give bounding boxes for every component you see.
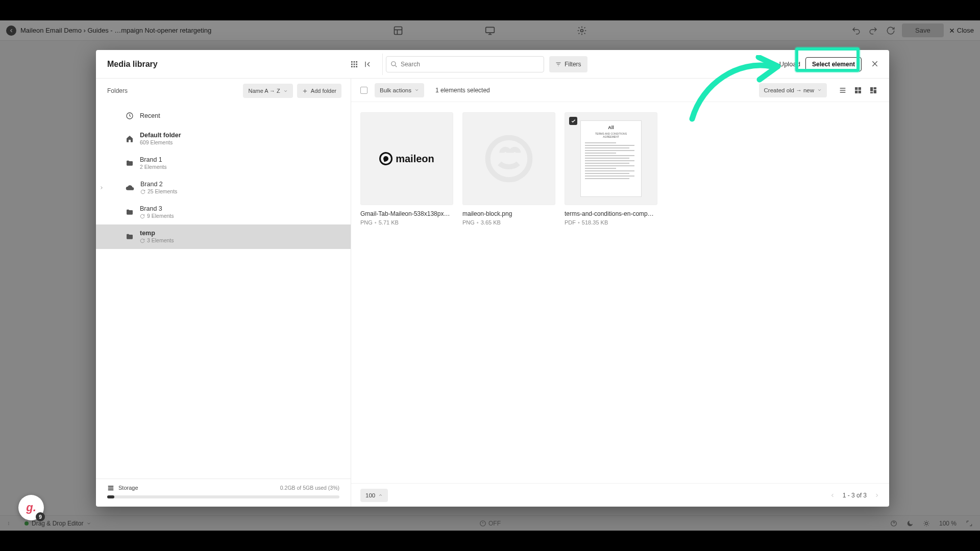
sync-icon [140, 189, 145, 194]
svg-rect-25 [874, 87, 876, 89]
grid-icon[interactable] [350, 60, 359, 69]
filters-button[interactable]: Filters [549, 56, 587, 72]
modal-header: Media library Filters Upload Select elem… [96, 50, 889, 79]
bulk-actions-button[interactable]: Bulk actions [375, 83, 424, 97]
file-card[interactable]: All TERMS AND CONDITIONSAGREEMENT [565, 112, 657, 226]
sidebar-item-recent[interactable]: Recent [96, 105, 351, 127]
folders-label: Folders [107, 87, 128, 94]
sync-icon [140, 214, 145, 219]
view-masonry-icon[interactable] [867, 84, 880, 97]
chevron-right-icon[interactable] [99, 185, 104, 190]
svg-rect-18 [108, 487, 114, 488]
file-meta: PDF•518.35 KB [565, 219, 657, 226]
close-icon[interactable] [871, 60, 880, 69]
svg-rect-20 [855, 87, 857, 90]
collapse-sidebar-icon[interactable] [363, 60, 372, 69]
home-icon [126, 135, 134, 143]
select-all-checkbox[interactable] [360, 87, 368, 94]
page-range: 1 - 3 of 3 [843, 492, 867, 499]
svg-rect-11 [356, 63, 357, 65]
svg-rect-23 [859, 90, 861, 93]
svg-rect-21 [859, 87, 861, 90]
folder-sidebar: Folders Name A → Z Add folder Rec [96, 79, 351, 507]
folder-list: Recent Default folder 609 Elements [96, 103, 351, 479]
svg-rect-27 [870, 92, 873, 93]
media-library-modal: Media library Filters Upload Select elem… [96, 50, 889, 507]
add-folder-button[interactable]: Add folder [297, 84, 341, 98]
file-card[interactable]: maileon Gmail-Tab-Maileon-538x138px… PNG… [360, 112, 453, 226]
filter-icon [555, 61, 561, 67]
svg-point-15 [391, 61, 396, 65]
chevron-down-icon [283, 89, 288, 93]
thumbnail-block-icon [481, 131, 537, 187]
page-size-button[interactable]: 100 [360, 489, 388, 502]
search-input[interactable] [386, 56, 544, 72]
svg-rect-19 [108, 489, 114, 490]
svg-rect-12 [351, 66, 353, 67]
storage-icon [107, 484, 114, 491]
main-content: Bulk actions 1 elements selected Created… [351, 79, 889, 507]
chevron-up-icon [378, 493, 383, 497]
svg-rect-6 [351, 61, 353, 63]
sidebar-item-brand1[interactable]: Brand 1 2 Elements [96, 151, 351, 176]
sidebar-item-default[interactable]: Default folder 609 Elements [96, 127, 351, 151]
modal-title: Media library [107, 60, 158, 69]
badge-count: 9 [36, 512, 45, 521]
file-meta: PNG•3.65 KB [462, 219, 555, 226]
assistant-badge[interactable]: g. 9 [18, 495, 44, 520]
checkbox-checked-icon[interactable] [569, 117, 577, 125]
file-name: terms-and-conditions-en-comp… [565, 210, 657, 217]
view-grid-icon[interactable] [851, 84, 865, 97]
svg-rect-22 [855, 90, 857, 93]
upload-button[interactable]: Upload [779, 60, 800, 68]
thumbnail-logo: maileon [379, 152, 434, 165]
next-page-icon[interactable] [874, 492, 880, 498]
thumbnail-document: All TERMS AND CONDITIONSAGREEMENT [580, 120, 642, 197]
plus-icon [302, 88, 308, 94]
selection-count: 1 elements selected [435, 87, 490, 94]
folder-sort-button[interactable]: Name A → Z [243, 84, 292, 98]
clock-icon [126, 112, 134, 120]
svg-rect-7 [354, 61, 355, 63]
svg-rect-13 [354, 66, 355, 67]
select-element-button[interactable]: Select element [805, 57, 862, 71]
folder-icon [126, 159, 134, 167]
svg-rect-10 [354, 63, 355, 65]
svg-rect-17 [108, 486, 114, 487]
file-name: Gmail-Tab-Maileon-538x138px… [360, 210, 453, 217]
svg-rect-26 [874, 90, 876, 93]
svg-rect-14 [356, 66, 357, 67]
storage-meter: Storage 0.2GB of 5GB used (3%) [96, 479, 351, 507]
sidebar-item-brand2[interactable]: Brand 2 25 Elements [96, 176, 351, 200]
svg-rect-9 [351, 63, 353, 65]
search-icon [390, 61, 398, 68]
prev-page-icon[interactable] [829, 492, 836, 498]
file-card[interactable]: maileon-block.png PNG•3.65 KB [462, 112, 555, 226]
sidebar-item-temp[interactable]: temp 3 Elements [96, 224, 351, 249]
sync-icon [140, 238, 145, 243]
chevron-down-icon [817, 88, 822, 92]
sort-button[interactable]: Created old → new [759, 83, 827, 97]
svg-point-28 [488, 138, 530, 180]
chevron-down-icon [414, 88, 419, 92]
folder-icon [126, 208, 134, 216]
file-meta: PNG•5.71 KB [360, 219, 453, 226]
sidebar-item-brand3[interactable]: Brand 3 9 Elements [96, 200, 351, 224]
svg-rect-24 [870, 87, 873, 91]
view-list-icon[interactable] [836, 84, 849, 97]
folder-icon [126, 233, 134, 241]
file-name: maileon-block.png [462, 210, 555, 217]
svg-rect-8 [356, 61, 357, 63]
cloud-icon [126, 184, 134, 192]
